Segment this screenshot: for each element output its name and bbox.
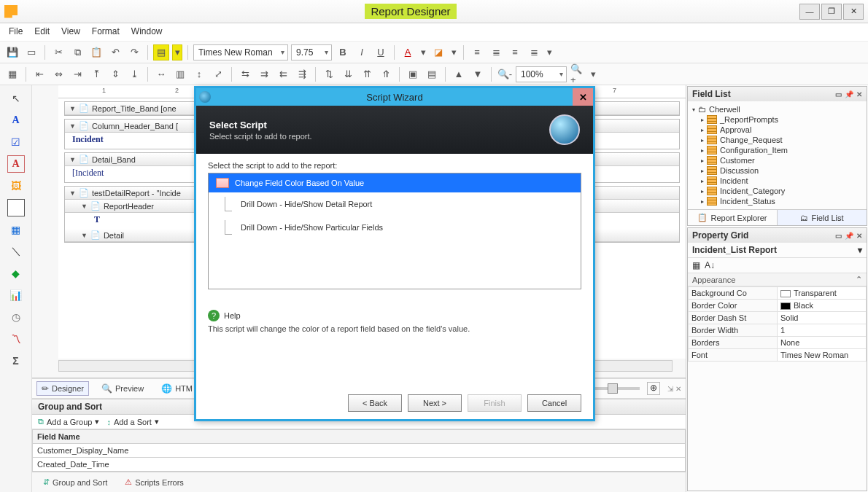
vspace-dec-icon[interactable]: ⇈ (359, 66, 375, 82)
align-l-icon[interactable]: ⇤ (31, 66, 47, 82)
tab-preview[interactable]: 🔍Preview (96, 381, 149, 396)
panel-close-icon[interactable]: ✕ (856, 232, 862, 240)
sparkline-tool-icon[interactable]: 〽 (7, 330, 25, 348)
chart-tool-icon[interactable]: 📊 (7, 286, 25, 304)
fill-color-icon[interactable]: ◪ (430, 44, 446, 60)
align-right-icon[interactable]: ≡ (507, 44, 523, 60)
menu-file[interactable]: File (9, 26, 23, 36)
hspace-eq-icon[interactable]: ⇆ (237, 66, 253, 82)
next-button[interactable]: Next > (408, 394, 462, 412)
line-tool-icon[interactable]: ＼ (7, 243, 25, 260)
dialog-close-button[interactable]: ✕ (573, 88, 593, 106)
tree-item[interactable]: ▸Discussion (691, 165, 864, 176)
center-h-icon[interactable]: ▣ (405, 66, 421, 82)
prop-value[interactable]: Solid (778, 312, 867, 324)
menu-window[interactable]: Window (131, 26, 163, 36)
font-family-combo[interactable]: Times New Roman (193, 44, 288, 60)
menu-edit[interactable]: Edit (34, 26, 50, 36)
hspace-inc-icon[interactable]: ⇉ (256, 66, 272, 82)
panel-window-icon[interactable]: ▭ (835, 232, 842, 240)
menu-format[interactable]: Format (92, 26, 120, 36)
tree-item[interactable]: ▸Approval (691, 125, 864, 135)
prop-value[interactable]: Black (778, 300, 867, 312)
panel-window-icon[interactable]: ▭ (835, 90, 842, 98)
open-icon[interactable]: ▭ (23, 44, 39, 60)
label-tool-icon[interactable]: A (7, 112, 25, 129)
tree-item[interactable]: ▸_ReportPrompts (691, 114, 864, 125)
back-button[interactable]: < Back (348, 394, 402, 412)
tab-group-sort[interactable]: ⇵Group and Sort (38, 475, 112, 489)
font-size-combo[interactable]: 9.75 (291, 44, 332, 60)
hspace-dec-icon[interactable]: ⇇ (275, 66, 291, 82)
size-both-icon[interactable]: ⤢ (210, 66, 226, 82)
paste-icon[interactable]: 📋 (88, 44, 104, 60)
size-grid-icon[interactable]: ▥ (172, 66, 188, 82)
minimize-button[interactable]: — (799, 4, 820, 20)
script-listbox[interactable]: Change Field Color Based On Value Drill … (208, 173, 581, 289)
italic-icon[interactable]: I (354, 44, 370, 60)
font-color-dropdown[interactable]: ▾ (419, 44, 427, 60)
tree-root[interactable]: ▾🗀 Cherwell (691, 104, 864, 114)
gauge-tool-icon[interactable]: ◷ (7, 308, 25, 326)
close-window-button[interactable]: ✕ (843, 4, 864, 20)
list-item[interactable]: Change Field Color Based On Value (209, 173, 581, 192)
align-r-icon[interactable]: ⇥ (69, 66, 85, 82)
list-item[interactable]: Drill Down - Hide/Show Particular Fields (209, 216, 581, 239)
save-icon[interactable]: 💾 (4, 44, 20, 60)
add-group-button[interactable]: ⧉Add a Group ▾ (38, 417, 99, 426)
grid-icon[interactable]: ▦ (4, 66, 20, 82)
maximize-button[interactable]: ❐ (821, 4, 842, 20)
property-category-appearance[interactable]: Appearance⌃ (688, 273, 867, 286)
redo-icon[interactable]: ↷ (126, 44, 142, 60)
tree-item[interactable]: ▸Incident_Category (691, 186, 864, 196)
panel-pin-icon[interactable]: 📌 (845, 232, 853, 240)
prop-value[interactable]: 1 (778, 324, 867, 337)
zoom-out-icon[interactable]: 🔍- (497, 66, 513, 82)
highlighted-tool-icon[interactable]: ▤ (153, 44, 169, 60)
tab-report-explorer[interactable]: 📋 Report Explorer (688, 210, 777, 225)
bring-front-icon[interactable]: ▲ (451, 66, 467, 82)
align-c-icon[interactable]: ⇔ (50, 66, 66, 82)
alphabetize-icon[interactable]: A↓ (705, 260, 715, 270)
vspace-rm-icon[interactable]: ⤊ (378, 66, 394, 82)
hspace-rm-icon[interactable]: ⇶ (294, 66, 310, 82)
send-back-icon[interactable]: ▼ (470, 66, 486, 82)
table-row[interactable]: Customer_Display_Name (33, 444, 686, 458)
table-row[interactable]: Created_Date_Time (33, 458, 686, 472)
tab-scripts-errors[interactable]: ⚠Scripts Errors (120, 475, 189, 489)
align-t-icon[interactable]: ⤒ (88, 66, 104, 82)
prop-value[interactable]: Transparent (778, 287, 867, 300)
prop-value[interactable]: Times New Roman (778, 349, 867, 362)
underline-icon[interactable]: U (373, 44, 389, 60)
add-sort-button[interactable]: ↕Add a Sort ▾ (106, 417, 158, 426)
size-w-icon[interactable]: ↔ (153, 66, 169, 82)
pivot-tool-icon[interactable]: Σ (7, 352, 25, 370)
tab-field-list[interactable]: 🗂 Field List (777, 210, 867, 225)
tab-designer[interactable]: ✏Designer (36, 381, 89, 396)
align-left-icon[interactable]: ≡ (469, 44, 485, 60)
panel-pin-icon[interactable]: 📌 (845, 90, 853, 98)
panel-tool-icon[interactable] (7, 199, 25, 216)
vspace-inc-icon[interactable]: ⇊ (340, 66, 356, 82)
table-tool-icon[interactable]: ▦ (7, 221, 25, 238)
checkbox-tool-icon[interactable]: ☑ (7, 133, 25, 151)
prop-value[interactable]: None (778, 337, 867, 349)
font-color-icon[interactable]: A (400, 44, 416, 60)
shape-tool-icon[interactable]: ◆ (7, 265, 25, 282)
cut-icon[interactable]: ✂ (50, 44, 66, 60)
copy-icon[interactable]: ⧉ (69, 44, 85, 60)
align-dropdown[interactable]: ▾ (545, 44, 554, 60)
menu-view[interactable]: View (61, 26, 80, 36)
zoom-dropdown[interactable]: ▾ (589, 66, 597, 82)
undo-icon[interactable]: ↶ (107, 44, 123, 60)
picture-tool-icon[interactable]: 🖼 (7, 177, 25, 195)
tree-item[interactable]: ▸Incident (691, 176, 864, 186)
tree-item[interactable]: ▸Configuration_Item (691, 145, 864, 155)
list-item[interactable]: Drill Down - Hide/Show Detail Report (209, 192, 581, 216)
vspace-eq-icon[interactable]: ⇅ (321, 66, 337, 82)
align-b-icon[interactable]: ⤓ (126, 66, 142, 82)
fill-color-dropdown[interactable]: ▾ (449, 44, 458, 60)
tab-html[interactable]: 🌐HTM (156, 381, 198, 396)
zoom-plus-button[interactable]: ⊕ (647, 382, 660, 395)
align-m-icon[interactable]: ⇕ (107, 66, 123, 82)
